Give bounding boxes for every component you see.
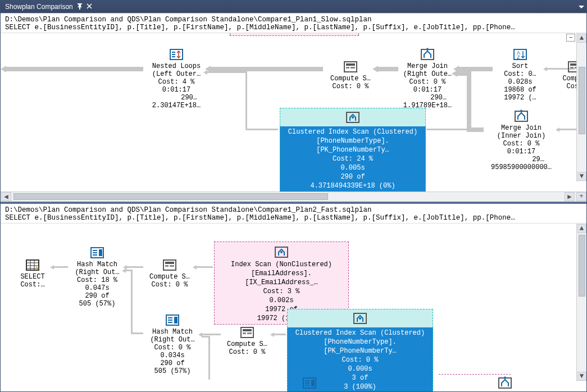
node-hash-match-2[interactable]: Hash Match (Right Out… Cost: 0 % 0.034s … (144, 313, 201, 375)
arrow-icon (372, 66, 378, 72)
arrow-icon (556, 127, 559, 132)
bottom-plan-header: D:\Demos\Plan Comparison and QDS\Plan Co… (1, 204, 586, 223)
connector (426, 129, 483, 130)
connector (126, 266, 143, 268)
bottom-plan-canvas[interactable]: SELECT Cost:… Hash Match (Right Out… Cos… (1, 224, 586, 392)
nested-loops-icon (169, 48, 184, 61)
arrow-icon (452, 70, 457, 77)
scroll-track[interactable] (578, 43, 586, 171)
merge-join-icon (513, 110, 529, 123)
top-plan-query: SELECT e.[BusinessEntityID], p.[Title], … (5, 24, 582, 31)
connector (210, 67, 323, 71)
sort-icon (512, 48, 528, 61)
top-plan-canvas[interactable]: Nested Loops (Left Outer… Cost: 4 % 0:01… (1, 33, 586, 192)
close-icon[interactable] (87, 3, 92, 11)
bottom-plan-query: SELECT e.[BusinessEntityID], p.[Title], … (5, 214, 582, 222)
scroll-down-icon[interactable]: ▼ (577, 172, 586, 181)
merge-join-icon (497, 376, 513, 383)
top-plan-pane: D:\Demos\Plan Comparison and QDS\Plan Co… (1, 13, 586, 202)
connector (274, 334, 286, 335)
node-merge-join-1[interactable]: Merge Join (Right Oute… Cost: 0 % 0:01:1… (399, 48, 456, 110)
scroll-down-icon[interactable]: ▼ (577, 372, 586, 381)
arrow-icon (193, 265, 197, 270)
node-hash-match-1[interactable]: Hash Match (Right Out… Cost: 18 % 0.047s… (69, 246, 125, 308)
connector (202, 336, 210, 338)
top-vertical-scrollbar[interactable]: ▲ ▼ (576, 33, 586, 181)
top-plan-header: D:\Demos\Plan Comparison and QDS\Plan Co… (1, 13, 586, 33)
bottom-plan-path: D:\Demos\Plan Comparison and QDS\Plan Co… (5, 206, 582, 214)
node-select[interactable]: SELECT Cost:… (13, 258, 52, 289)
arrow-icon (543, 67, 547, 71)
node-box-partial-top (230, 33, 359, 36)
connector (131, 332, 143, 334)
node-compute-scalar-1[interactable]: Compute S… Cost: 0 % (325, 60, 376, 90)
window-title: Showplan Comparison (5, 3, 73, 11)
connector (377, 67, 398, 71)
node-nested-loops[interactable]: Nested Loops (Left Outer… Cost: 4 % 0:01… (145, 48, 207, 110)
arrow-icon (203, 70, 207, 75)
connector (53, 266, 68, 268)
bottom-vertical-scrollbar[interactable]: ▲ ▼ (576, 224, 586, 382)
arrow-icon (50, 265, 54, 270)
node-sort[interactable]: Sort Cost: 0… 0.028s 19868 of 19972 (… (495, 48, 545, 102)
connector (456, 71, 469, 76)
title-bar[interactable]: Showplan Comparison (1, 1, 586, 13)
index-scan-icon (352, 312, 368, 325)
scroll-left-icon[interactable]: ◀ (1, 192, 11, 201)
expand-scroll-button[interactable]: + (576, 192, 586, 201)
scroll-up-icon[interactable]: ▲ (577, 34, 586, 43)
scroll-up-icon[interactable]: ▲ (577, 224, 586, 233)
scroll-track[interactable] (12, 193, 564, 200)
node-merge-join-2[interactable]: Merge Join (Inner Join) Cost: 0 % 0:01:1… (485, 110, 558, 171)
connector (208, 336, 210, 380)
hash-match-icon (302, 376, 317, 383)
node-partial-icon-2[interactable] (497, 376, 513, 385)
scroll-thumb[interactable] (13, 193, 328, 200)
connector (131, 270, 133, 334)
compute-scalar-icon (239, 326, 255, 339)
connector (5, 67, 143, 71)
select-icon (25, 258, 40, 272)
connector (196, 266, 213, 268)
arrow-icon (270, 332, 274, 337)
hash-match-icon (165, 313, 180, 327)
arrow-icon (122, 268, 126, 273)
hash-match-icon (89, 246, 105, 259)
connector (125, 270, 132, 271)
connector (467, 71, 471, 130)
scroll-thumb[interactable] (579, 67, 585, 134)
top-horizontal-scrollbar[interactable]: ◀ ▶ + (1, 192, 586, 202)
connector (245, 129, 278, 130)
node-partial-icon[interactable] (302, 376, 317, 385)
bottom-plan-pane: D:\Demos\Plan Comparison and QDS\Plan Co… (1, 202, 586, 392)
index-scan-icon (274, 245, 289, 259)
connector (207, 71, 247, 73)
connector (245, 71, 247, 130)
node-compute-scalar-b2[interactable]: Compute S… Cost: 0 % (222, 326, 272, 356)
scroll-track[interactable] (578, 234, 586, 372)
node-clustered-index-scan-1[interactable]: Clustered Index Scan (Clustered) [PhoneN… (280, 108, 426, 192)
merge-join-icon (420, 48, 435, 61)
scroll-thumb[interactable] (579, 235, 585, 297)
compute-scalar-icon (343, 60, 358, 74)
connector (202, 334, 221, 335)
index-scan-icon (345, 111, 361, 124)
pin-icon[interactable] (76, 3, 83, 11)
window-menu-caret-icon[interactable] (579, 3, 584, 11)
arrow-icon (1, 66, 6, 72)
node-compute-scalar-b1[interactable]: Compute S… Cost: 0 % (144, 258, 195, 289)
connector (458, 67, 493, 71)
compute-scalar-icon (162, 258, 178, 272)
showplan-window: Showplan Comparison D:\Demos\Plan Compar… (0, 0, 587, 392)
top-plan-path: D:\Demos\Plan Comparison and QDS\Plan Co… (5, 16, 582, 24)
scroll-right-icon[interactable]: ▶ (565, 192, 575, 201)
